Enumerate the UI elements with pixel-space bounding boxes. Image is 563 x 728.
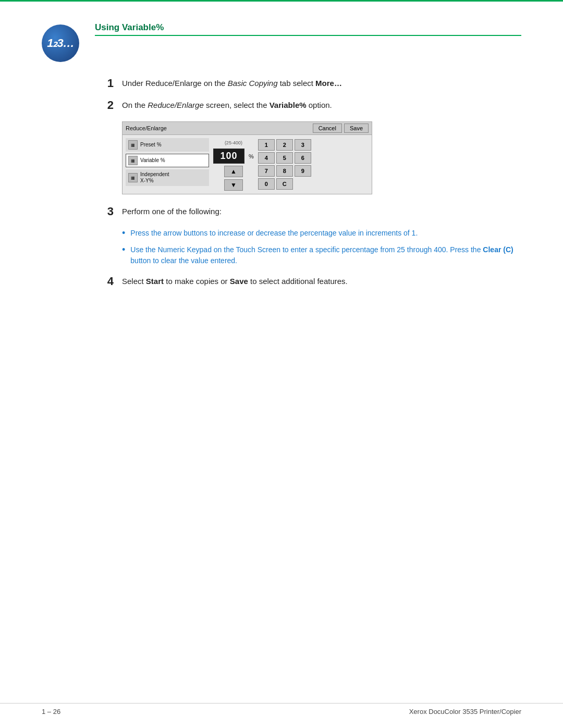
footer-page-number: 1 – 26 [42, 708, 60, 715]
numkey-0[interactable]: 0 [258, 178, 275, 190]
variable-label: Variable % [140, 157, 165, 164]
step-2: 2 On the Reduce/Enlarge screen, select t… [99, 100, 521, 112]
ui-down-arrow-button[interactable]: ▼ [224, 179, 243, 191]
numkey-7[interactable]: 7 [258, 165, 275, 177]
numkey-3[interactable]: 3 [295, 139, 311, 151]
footer-product-name: Xerox DocuColor 3535 Printer/Copier [409, 708, 521, 715]
step-1-text: Under Reduce/Enlarge on the Basic Copyin… [122, 78, 521, 90]
ui-mockup-buttons: Cancel Save [313, 124, 369, 133]
step-1: 1 Under Reduce/Enlarge on the Basic Copy… [99, 78, 521, 90]
step-3: 3 Perform one of the following: [99, 206, 521, 218]
step-2-text: On the Reduce/Enlarge screen, select the… [122, 100, 521, 112]
ui-value-area: (25-400) 100 % ▲ ▼ [213, 138, 254, 191]
ui-save-button[interactable]: Save [344, 124, 369, 133]
section-title: Using Variable% [95, 22, 521, 36]
bullet-text-2: Use the Numeric Keypad on the Touch Scre… [130, 244, 521, 266]
step-3-number: 3 [99, 205, 114, 218]
step-3-text: Perform one of the following: [122, 206, 521, 218]
numkey-clear[interactable]: C [276, 178, 293, 190]
ui-cancel-button[interactable]: Cancel [313, 124, 342, 133]
header-row: 1₂3… Using Variable% [42, 22, 521, 62]
step-4: 4 Select Start to make copies or Save to… [99, 276, 521, 288]
step-4-number: 4 [99, 275, 114, 288]
ui-value-row: 100 % [213, 149, 254, 164]
ui-option-variable[interactable]: ▦ Variable % [126, 154, 209, 167]
numkey-4[interactable]: 4 [258, 152, 275, 164]
ui-percent-sign: % [249, 153, 254, 159]
ui-range-label: (25-400) [225, 140, 242, 145]
variable-icon: ▦ [128, 156, 138, 165]
ui-option-preset[interactable]: ▦ Preset % [126, 138, 209, 152]
footer: 1 – 26 Xerox DocuColor 3535 Printer/Copi… [0, 703, 563, 715]
bullet-item-1: • Press the arrow buttons to increase or… [122, 228, 521, 239]
bullet-list: • Press the arrow buttons to increase or… [122, 228, 521, 266]
ui-options-list: ▦ Preset % ▦ Variable % ▦ IndependentX-Y… [126, 138, 209, 191]
bullet-item-2: • Use the Numeric Keypad on the Touch Sc… [122, 244, 521, 266]
numkey-8[interactable]: 8 [276, 165, 293, 177]
independent-icon: ▦ [128, 173, 138, 182]
ui-mockup-body: ▦ Preset % ▦ Variable % ▦ IndependentX-Y… [123, 135, 372, 194]
bullet-dot-2: • [122, 244, 125, 256]
ui-numpad: 1 2 3 4 5 6 7 8 9 0 C [258, 139, 311, 191]
step-2-number: 2 [99, 98, 114, 112]
preset-label: Preset % [140, 142, 162, 148]
steps-container: 1 Under Reduce/Enlarge on the Basic Copy… [99, 78, 521, 288]
bullet-dot-1: • [122, 228, 125, 239]
badge-123: 1₂3… [42, 24, 79, 62]
independent-label: IndependentX-Y% [140, 171, 169, 184]
section-title-block: Using Variable% [95, 22, 521, 36]
ui-mockup-header: Reduce/Enlarge Cancel Save [123, 122, 372, 135]
preset-icon: ▦ [128, 140, 138, 150]
ui-mockup: Reduce/Enlarge Cancel Save ▦ Preset % ▦ … [122, 121, 372, 194]
ui-option-independent[interactable]: ▦ IndependentX-Y% [126, 169, 209, 186]
ui-up-arrow-button[interactable]: ▲ [224, 166, 243, 177]
ui-value-display: 100 [213, 149, 244, 164]
badge-label: 1₂3… [47, 36, 74, 50]
numkey-9[interactable]: 9 [295, 165, 311, 177]
numkey-5[interactable]: 5 [276, 152, 293, 164]
ui-mockup-title: Reduce/Enlarge [126, 125, 167, 131]
numkey-1[interactable]: 1 [258, 139, 275, 151]
step-4-text: Select Start to make copies or Save to s… [122, 276, 521, 288]
step-1-number: 1 [99, 77, 114, 90]
numkey-2[interactable]: 2 [276, 139, 293, 151]
bullet-text-1: Press the arrow buttons to increase or d… [130, 228, 418, 239]
numkey-6[interactable]: 6 [295, 152, 311, 164]
